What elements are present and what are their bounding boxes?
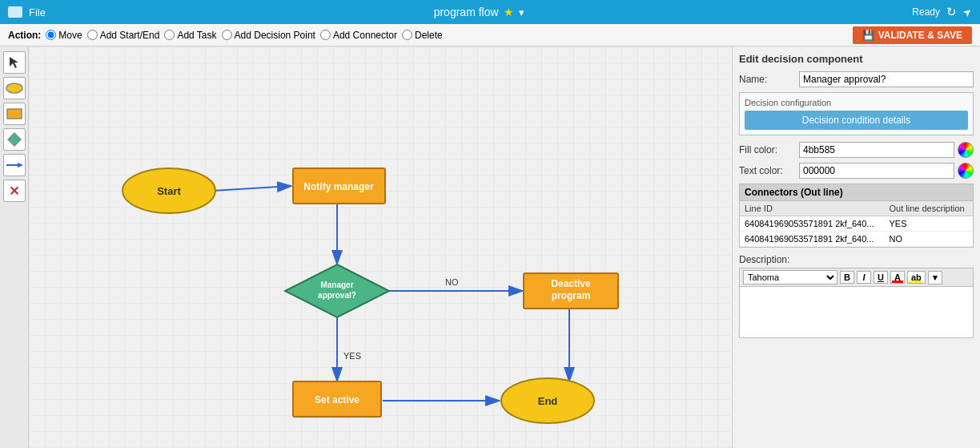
node-notify-label: Notify manager xyxy=(303,181,374,192)
connector-id-1: 640841969053571891 2kf_640... xyxy=(740,216,885,232)
star-icon[interactable]: ★ xyxy=(504,6,514,18)
connector-row-1[interactable]: 640841969053571891 2kf_640... YES xyxy=(740,216,973,232)
highlight-btn[interactable]: ab xyxy=(907,271,926,284)
text-color-input[interactable] xyxy=(799,163,954,179)
connector-row-2[interactable]: 640841969053571891 2kf_640... NO xyxy=(740,232,973,247)
fill-color-label: Fill color: xyxy=(739,144,799,155)
action-label: Action: xyxy=(8,30,41,41)
fill-color-row: Fill color: xyxy=(739,142,974,158)
description-textarea[interactable] xyxy=(739,286,974,338)
desc-toolbar: Tahoma Arial Times New Roman B I U A ab … xyxy=(739,268,974,286)
col-line-id: Line ID xyxy=(740,201,885,216)
description-section: Description: Tahoma Arial Times New Roma… xyxy=(739,254,974,341)
node-deactive-label2: program xyxy=(552,290,591,301)
flow-canvas[interactable]: NO YES Start Notify manager Manager appr… xyxy=(29,46,732,448)
refresh-icon[interactable]: ↻ xyxy=(946,5,957,19)
svg-point-1 xyxy=(6,83,22,93)
arrow-tool[interactable] xyxy=(3,154,26,176)
save-icon: 💾 xyxy=(862,30,874,41)
decision-condition-btn[interactable]: Decision condition details xyxy=(745,111,968,130)
panel-title: Edit decision component xyxy=(739,53,974,65)
config-legend: Decision configuration xyxy=(745,98,968,107)
col-outline-desc: Out line description xyxy=(885,201,973,216)
connectors-section: Connectors (Out line) Line ID Out line d… xyxy=(739,184,974,248)
edge-no-label: NO xyxy=(445,277,459,287)
font-color-btn[interactable]: A xyxy=(890,271,905,284)
svg-marker-3 xyxy=(8,133,21,146)
cursor-tool[interactable] xyxy=(3,51,26,74)
name-input[interactable] xyxy=(799,71,974,87)
action-add-connector[interactable]: Add Connector xyxy=(320,30,397,41)
edge-start-notify xyxy=(213,186,291,191)
underline-btn[interactable]: U xyxy=(874,271,888,284)
oval-tool[interactable] xyxy=(3,77,26,99)
node-decision-label2: approval? xyxy=(318,291,356,300)
font-select[interactable]: Tahoma Arial Times New Roman xyxy=(743,270,837,285)
text-color-row: Text color: xyxy=(739,163,974,179)
window-icon xyxy=(8,6,22,18)
decision-config: Decision configuration Decision conditio… xyxy=(739,92,974,135)
action-add-task[interactable]: Add Task xyxy=(164,30,216,41)
node-deactive-label1: Deactive xyxy=(551,278,591,289)
action-bar: Action: Move Add Start/End Add Task Add … xyxy=(0,24,980,46)
top-bar-title: program flow ★ ▾ xyxy=(46,6,912,18)
text-color-swatch[interactable] xyxy=(958,163,974,179)
name-row: Name: xyxy=(739,71,974,87)
fill-color-swatch[interactable] xyxy=(958,142,974,158)
flowchart-svg: NO YES Start Notify manager Manager appr… xyxy=(29,46,732,447)
action-move[interactable]: Move xyxy=(46,30,82,41)
top-bar: File program flow ★ ▾ Ready ↻ ➤ xyxy=(0,0,980,24)
action-add-decision[interactable]: Add Decision Point xyxy=(222,30,315,41)
node-decision-label1: Manager xyxy=(320,281,353,289)
node-start-label: Start xyxy=(157,185,181,197)
more-btn[interactable]: ▾ xyxy=(928,271,942,285)
node-end-label: End xyxy=(538,395,558,407)
text-color-label: Text color: xyxy=(739,165,799,176)
desc-label: Description: xyxy=(739,254,974,265)
action-add-start[interactable]: Add Start/End xyxy=(87,30,160,41)
diamond-tool[interactable] xyxy=(3,128,26,151)
bold-btn[interactable]: B xyxy=(840,271,854,284)
action-delete[interactable]: Delete xyxy=(402,30,443,41)
svg-marker-0 xyxy=(10,57,18,68)
connectors-header: Connectors (Out line) xyxy=(740,184,973,201)
connectors-table: Line ID Out line description 64084196905… xyxy=(740,201,973,247)
fill-color-input[interactable] xyxy=(799,142,954,158)
highlight-indicator xyxy=(909,281,922,283)
delete-tool[interactable]: ✕ xyxy=(3,180,26,202)
rect-tool[interactable] xyxy=(3,103,26,125)
left-toolbar: ✕ xyxy=(0,46,29,448)
italic-btn[interactable]: I xyxy=(857,271,871,284)
validate-save-button[interactable]: 💾 VALIDATE & SAVE xyxy=(853,26,972,44)
caret-icon[interactable]: ▾ xyxy=(519,6,524,18)
svg-marker-5 xyxy=(18,163,23,167)
status-text: Ready xyxy=(912,6,940,18)
connector-desc-1: YES xyxy=(885,216,973,232)
edge-yes-label: YES xyxy=(343,351,361,361)
top-bar-left: File xyxy=(8,6,46,18)
font-color-indicator xyxy=(892,281,903,283)
file-menu[interactable]: File xyxy=(29,6,46,18)
main-content: ✕ NO YES Sta xyxy=(0,46,980,448)
app-title: program flow xyxy=(434,6,499,18)
name-label: Name: xyxy=(739,74,799,85)
top-bar-right: Ready ↻ ➤ xyxy=(912,5,972,19)
svg-rect-2 xyxy=(7,109,22,119)
node-setactive-label: Set active xyxy=(315,394,359,406)
right-panel: Edit decision component Name: Decision c… xyxy=(732,46,980,448)
connector-desc-2: NO xyxy=(885,232,973,247)
share-icon[interactable]: ➤ xyxy=(960,5,974,20)
connector-id-2: 640841969053571891 2kf_640... xyxy=(740,232,885,247)
